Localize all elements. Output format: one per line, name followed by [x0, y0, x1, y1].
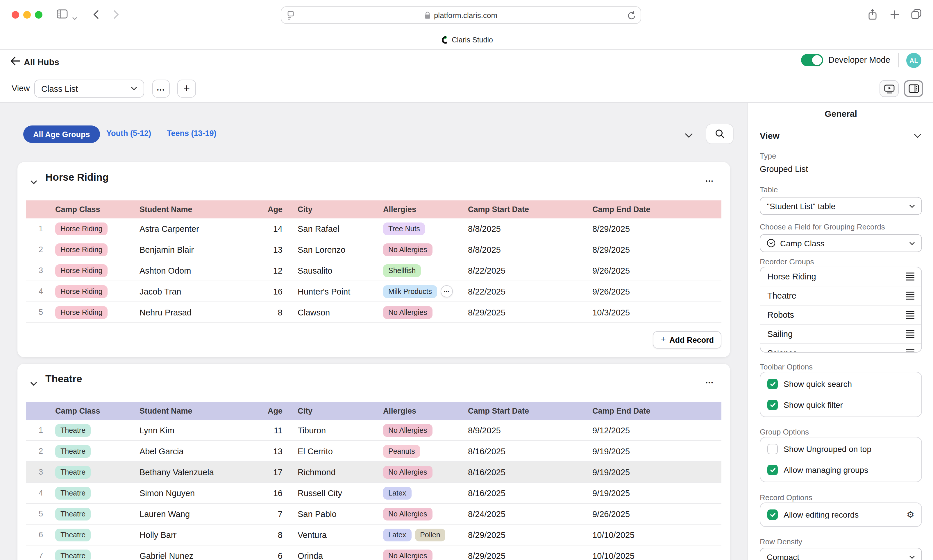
table-row[interactable]: 4TheatreSimon Nguyen16Russell CityLatex8… — [26, 483, 722, 504]
chevron-down-icon — [30, 180, 37, 185]
developer-mode-toggle[interactable] — [801, 54, 823, 66]
view-more-button[interactable] — [152, 80, 170, 98]
table-row[interactable]: 4Horse RidingJacob Tran16Hunter's PointM… — [26, 281, 722, 302]
table-row[interactable]: 2TheatreAbel Garcia13El CerritoPeanuts8/… — [26, 441, 722, 462]
tab-overview-icon[interactable] — [911, 9, 922, 22]
table-row[interactable]: 5TheatreLauren Wang7San PabloNo Allergie… — [26, 504, 722, 525]
forward-button[interactable] — [113, 9, 119, 22]
avatar[interactable]: AL — [906, 53, 921, 68]
allergies-cell: Shellfish — [381, 264, 468, 277]
filter-tab-teens-13-19-[interactable]: Teens (13-19) — [167, 129, 216, 138]
main-content: All Age GroupsYouth (5-12)Teens (13-19) … — [0, 103, 748, 560]
filter-collapse-chevron-icon[interactable] — [685, 130, 693, 141]
panel-toggle-button[interactable] — [904, 80, 923, 97]
table-row[interactable]: 3TheatreBethany Valenzuela17RichmondNo A… — [26, 462, 722, 483]
view-selector[interactable]: Class List — [34, 80, 144, 98]
group-more-button[interactable] — [702, 375, 717, 388]
age-cell: 16 — [262, 287, 291, 296]
page-settings-icon[interactable] — [287, 11, 295, 23]
checkbox-checked[interactable] — [767, 379, 778, 389]
allergies-cell: No Allergies — [381, 243, 468, 256]
column-header-camp-end-date: Camp End Date — [590, 205, 722, 214]
quick-search-button[interactable] — [706, 124, 734, 144]
grouping-field-select[interactable]: Camp Class — [760, 234, 922, 252]
window-close-button[interactable] — [12, 11, 19, 18]
view-section-header[interactable]: View — [760, 131, 921, 141]
table-select[interactable]: "Student List" table — [760, 197, 922, 215]
group-card-theatre: TheatreCamp ClassStudent NameAgeCityAlle… — [17, 364, 730, 560]
table-row[interactable]: 1Horse RidingAstra Carpenter14San Rafael… — [26, 218, 722, 239]
table-row[interactable]: 1TheatreLynn Kim11TiburonNo Allergies8/9… — [26, 420, 722, 441]
checkbox-checked[interactable] — [767, 465, 778, 475]
checkbox-checked[interactable] — [767, 509, 778, 520]
option-row: Show quick search — [760, 374, 921, 394]
back-button[interactable] — [93, 9, 99, 22]
allergies-cell: LatexPollen — [381, 528, 468, 541]
all-hubs-link[interactable]: All Hubs — [24, 57, 59, 67]
sidebar-toggle-icon[interactable] — [56, 9, 68, 22]
add-record-button[interactable]: +Add Record — [653, 331, 722, 349]
city-cell: San Rafael — [291, 224, 381, 233]
camp-end-date-cell: 9/12/2025 — [590, 426, 722, 435]
gear-icon[interactable]: ⚙ — [907, 509, 914, 520]
city-cell: Sausalito — [291, 266, 381, 275]
share-icon[interactable] — [868, 9, 877, 23]
window-zoom-button[interactable] — [35, 11, 42, 18]
camp-start-date-cell: 8/9/2025 — [468, 426, 590, 435]
drag-handle-icon — [906, 272, 914, 281]
checkbox-unchecked[interactable] — [767, 444, 778, 454]
search-icon — [715, 129, 725, 139]
student-name-cell: Lynn Kim — [138, 426, 262, 435]
filter-tab-youth-5-12-[interactable]: Youth (5-12) — [106, 129, 151, 138]
reorder-group-item[interactable]: Science — [760, 344, 921, 352]
table-row[interactable]: 5Horse RidingNehru Prasad8ClawsonNo Alle… — [26, 302, 722, 323]
reorder-group-item[interactable]: Theatre — [760, 286, 921, 306]
settings-sidebar: General View Type Grouped List Table "St… — [748, 103, 933, 560]
preview-mode-button[interactable] — [879, 80, 899, 97]
camp-end-date-cell: 10/10/2025 — [590, 530, 722, 539]
reorder-group-item[interactable]: Robots — [760, 306, 921, 325]
age-cell: 14 — [262, 224, 291, 233]
address-bar[interactable]: platform.claris.com — [281, 6, 641, 24]
allergies-cell: Latex — [381, 486, 468, 499]
column-header-camp-start-date: Camp Start Date — [468, 407, 590, 415]
table-row[interactable]: 2Horse RidingBenjamin Blair13San Lorenzo… — [26, 239, 722, 260]
allergies-cell: No Allergies — [381, 306, 468, 318]
camp-class-pill: Horse Riding — [55, 243, 108, 256]
allergies-cell: Peanuts — [381, 445, 468, 457]
row-number: 1 — [26, 224, 51, 233]
group-options-label: Group Options — [760, 428, 809, 436]
row-number: 5 — [26, 509, 51, 518]
allergy-overflow-button[interactable] — [441, 285, 453, 297]
reorder-group-name: Theatre — [767, 291, 796, 300]
row-density-select[interactable]: Compact — [760, 548, 922, 560]
checkbox-checked[interactable] — [767, 400, 778, 410]
collapse-chevron-icon[interactable] — [30, 378, 37, 389]
camp-class-cell: Horse Riding — [51, 222, 138, 235]
camp-class-pill: Horse Riding — [55, 264, 108, 277]
filter-bar: All Age GroupsYouth (5-12)Teens (13-19) — [0, 126, 748, 146]
row-number: 5 — [26, 308, 51, 317]
column-header-camp-class: Camp Class — [51, 407, 138, 415]
add-view-button[interactable]: + — [177, 80, 196, 98]
city-cell: Orinda — [291, 551, 381, 560]
table-row[interactable]: 7TheatreGabriel Nunez6OrindaNo Allergies… — [26, 546, 722, 560]
table-row[interactable]: 6TheatreHolly Barr8VenturaLatexPollen8/2… — [26, 525, 722, 546]
page-title-bar: Claris Studio — [0, 30, 933, 50]
new-tab-icon[interactable] — [890, 10, 899, 22]
table-row[interactable]: 3Horse RidingAshton Odom12SausalitoShell… — [26, 260, 722, 281]
window-minimize-button[interactable] — [23, 11, 31, 18]
reorder-group-item[interactable]: Sailing — [760, 325, 921, 344]
option-label: Show Ungrouped on top — [783, 445, 871, 454]
reorder-group-item[interactable]: Horse Riding — [760, 267, 921, 286]
back-arrow-icon[interactable] — [11, 56, 21, 68]
chevron-down-icon — [909, 204, 915, 208]
camp-class-cell: Theatre — [51, 549, 138, 560]
table-label: Table — [760, 185, 778, 194]
collapse-chevron-icon[interactable] — [30, 177, 37, 187]
reload-icon[interactable] — [627, 11, 636, 23]
group-more-button[interactable] — [702, 174, 717, 186]
filter-tab-all-age-groups[interactable]: All Age Groups — [23, 126, 100, 143]
sidebar-dropdown-chevron-icon[interactable] — [72, 12, 77, 23]
row-number: 7 — [26, 551, 51, 560]
